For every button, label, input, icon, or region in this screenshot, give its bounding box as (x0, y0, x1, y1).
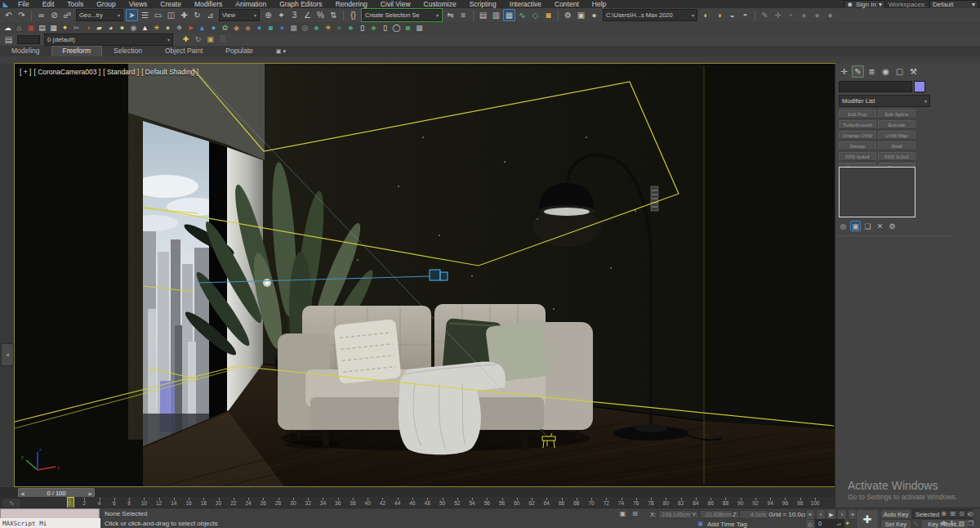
layer-explorer-icon[interactable]: ▥ (490, 9, 502, 21)
custom-blue-sphere-icon[interactable]: ● (254, 23, 265, 33)
remove-modifier-icon[interactable]: ✕ (875, 221, 885, 231)
sofa[interactable] (278, 304, 593, 454)
selection-lock-toggle-icon[interactable]: ▣ (618, 509, 627, 518)
select-and-manipulate-icon[interactable]: ✦ (275, 9, 287, 21)
custom-grass-icon[interactable]: ≈ (334, 23, 345, 33)
viewport-style-label[interactable]: [ Standard ] (103, 68, 139, 76)
ribbon-tab-object-paint[interactable]: Object Paint (154, 46, 214, 56)
camera-viewport[interactable]: x y z (15, 64, 835, 486)
custom-tree-icon[interactable]: ♣ (368, 23, 379, 33)
create-tab[interactable]: ✛ (838, 65, 850, 78)
selection-filter-dropdown[interactable]: Geo...try▾ (76, 9, 123, 21)
menu-file[interactable]: File (11, 0, 36, 8)
custom-window-icon[interactable]: ▯ (357, 23, 368, 33)
custom-dome-icon[interactable]: ◕ (105, 23, 116, 33)
menu-help[interactable]: Help (586, 0, 612, 8)
menu-create[interactable]: Create (154, 0, 188, 8)
previous-frame-arrow-icon[interactable]: ◀ (20, 490, 24, 496)
overflow-dot-4-icon[interactable]: ● (824, 9, 836, 21)
track-bar[interactable]: ∿ 02468101214161820222426283032343638404… (0, 497, 835, 508)
display-tab[interactable]: ▢ (893, 65, 906, 78)
named-selection-set-dropdown[interactable]: Create Selection Se▾ (362, 9, 442, 21)
custom-scissors-icon[interactable]: ✂ (71, 23, 82, 33)
hierarchy-tab[interactable]: ≣ (866, 65, 878, 78)
window-crossing-icon[interactable]: ◫ (165, 9, 177, 21)
select-by-name-icon[interactable]: ☰ (139, 9, 151, 21)
custom-rocket-icon[interactable]: ➤ (185, 23, 196, 33)
zoom-icon[interactable]: ⊕ (939, 509, 948, 518)
curve-editor-icon[interactable]: ∿ (516, 9, 528, 21)
custom-cloud-icon[interactable]: ☁ (2, 23, 13, 33)
x-coordinate-field[interactable]: 246.145cm (658, 510, 693, 519)
custom-ring-icon[interactable]: ◎ (300, 23, 310, 33)
menu-rendering[interactable]: Rendering (329, 0, 374, 8)
unlink-selection-icon[interactable]: ⊘ (48, 9, 60, 21)
time-tag-icon[interactable]: ▣ (696, 519, 705, 528)
zoom-all-icon[interactable]: ⊞ (948, 509, 957, 518)
schematic-view-icon[interactable]: ◇ (529, 9, 541, 21)
project-path-dropdown[interactable]: C:\Users\H...s Max 2020▾ (603, 9, 697, 21)
modifier-button-sweep[interactable]: Sweep (839, 141, 876, 150)
reference-coordinate-dropdown[interactable]: View▾ (219, 9, 260, 21)
key-icon[interactable]: ✦ (843, 519, 852, 528)
bind-to-space-warp-icon[interactable]: ☍ (61, 9, 74, 21)
custom-globe-icon[interactable]: ● (208, 23, 219, 33)
rendered-frame-window-icon[interactable]: ▣ (575, 9, 587, 21)
custom-plane-icon[interactable]: ▰ (94, 23, 105, 33)
pan-icon[interactable]: ✥ (939, 519, 948, 528)
align-icon[interactable]: ≡ (457, 9, 470, 21)
menu-modifiers[interactable]: Modifiers (188, 0, 229, 8)
snaps-toggle-icon[interactable]: 3 (288, 9, 301, 21)
custom-sun-icon[interactable]: ☀ (151, 23, 162, 33)
select-and-move-icon[interactable]: ✚ (178, 9, 190, 21)
menu-civil-view[interactable]: Civil View (374, 0, 417, 8)
zoom-region-icon[interactable]: ▧ (957, 519, 966, 528)
custom-fox-icon[interactable]: ◆ (231, 23, 242, 33)
modifier-button-extrude[interactable]: Extrude (878, 120, 915, 129)
modifier-button-uvw-map[interactable]: UVW Map (878, 131, 915, 140)
spinner-snap-icon[interactable]: ⇅ (327, 9, 340, 21)
modifier-stack-list[interactable] (839, 167, 915, 217)
set-key-button[interactable]: Set Key (880, 519, 911, 528)
rectangular-selection-icon[interactable]: ▭ (152, 9, 164, 21)
modifier-button-ffd-3x3x3[interactable]: FFD 3x3x3 (878, 152, 915, 161)
menu-tools[interactable]: Tools (60, 0, 90, 8)
utilities-tab[interactable]: ⚒ (907, 65, 920, 78)
menu-views[interactable]: Views (122, 0, 154, 8)
crosshair-tool-icon[interactable]: ✛ (772, 9, 784, 21)
custom-teal-camera-icon[interactable]: ◙ (265, 23, 276, 33)
select-and-rotate-icon[interactable]: ↻ (191, 9, 203, 21)
use-pivot-center-icon[interactable]: ⊕ (262, 9, 274, 21)
scene-explorer-icon[interactable]: ▤ (477, 9, 489, 21)
create-new-layer-icon[interactable]: ✚ (180, 35, 191, 45)
render-a-icon[interactable]: ◐ (700, 9, 712, 21)
modifier-button-shell[interactable]: Shell (878, 141, 915, 150)
default-tangent-icon[interactable]: ⟍ (911, 519, 920, 528)
make-unique-icon[interactable]: ❏ (862, 221, 873, 231)
redo-icon[interactable]: ↷ (16, 9, 28, 21)
ribbon-tab-freeform[interactable]: Freeform (51, 46, 102, 56)
custom-leaf-icon[interactable]: ✿ (220, 23, 230, 33)
edit-named-selection-icon[interactable]: {} (347, 9, 359, 21)
viewport-menu-plus[interactable]: [ + ] (20, 68, 31, 76)
custom-cone-icon[interactable]: ▲ (140, 23, 150, 33)
absolute-mode-toggle-icon[interactable]: ⊞ (630, 509, 639, 518)
custom-sun2-icon[interactable]: ☀ (323, 23, 333, 33)
object-name-field[interactable] (839, 81, 912, 92)
custom-boxes-icon[interactable]: ▦ (288, 23, 299, 33)
menu-animation[interactable]: Animation (229, 0, 273, 8)
modifier-button-edit-spline[interactable]: Edit Spline (878, 110, 915, 119)
set-keys-big-button[interactable]: ✚ (856, 509, 879, 528)
custom-sphere-icon[interactable]: ● (117, 23, 127, 33)
viewport-shading-label[interactable]: [ Default Shading ] (141, 68, 198, 76)
modifier-list-dropdown[interactable]: Modifier List ▾ (839, 95, 930, 107)
ribbon-extra-icon[interactable]: ▣ ▾ (265, 46, 297, 56)
configure-modifier-sets-icon[interactable]: ⚙ (887, 221, 898, 231)
menu-interactive[interactable]: Interactive (503, 0, 548, 8)
custom-torus-icon[interactable]: ◯ (391, 23, 402, 33)
modifier-button-turbosmooth[interactable]: TurboSmooth (839, 120, 876, 129)
custom-green-camera-icon[interactable]: ◙ (403, 23, 413, 33)
custom-squirrel-icon[interactable]: ◆ (243, 23, 253, 33)
menu-content[interactable]: Content (548, 0, 586, 8)
viewport-layout-tab[interactable]: ◂ (1, 343, 14, 366)
